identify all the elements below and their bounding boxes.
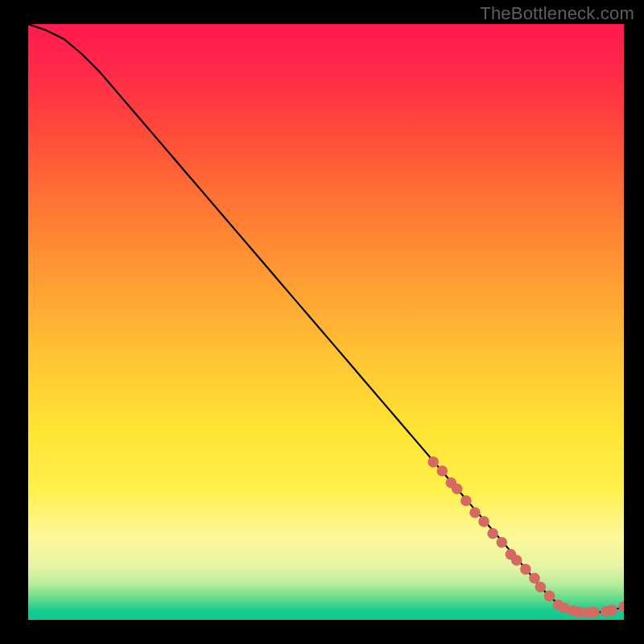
data-marker	[460, 495, 472, 506]
chart-stage: TheBottleneck.com	[0, 0, 644, 644]
chart-svg	[28, 24, 624, 620]
data-marker	[544, 591, 555, 602]
data-marker	[469, 507, 481, 518]
data-marker	[487, 528, 498, 539]
plot-area	[28, 24, 624, 620]
watermark-text: TheBottleneck.com	[480, 3, 634, 24]
data-marker	[497, 537, 508, 548]
data-marker	[529, 572, 540, 584]
data-marker	[511, 555, 522, 566]
data-marker	[452, 483, 463, 494]
data-marker	[588, 607, 600, 618]
data-marker	[427, 456, 439, 468]
gradient-background	[28, 24, 624, 620]
data-marker	[535, 582, 547, 593]
data-marker	[606, 605, 617, 616]
data-marker	[478, 516, 489, 527]
data-marker	[437, 465, 448, 477]
data-marker	[520, 564, 531, 575]
